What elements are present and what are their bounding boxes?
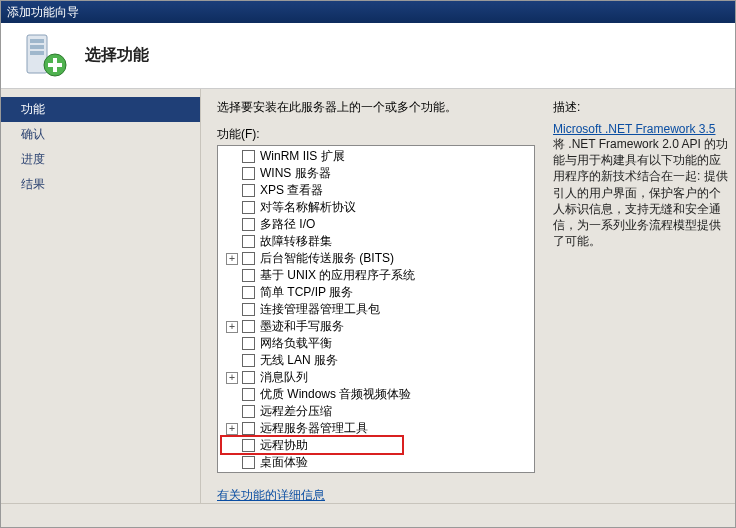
feature-checkbox[interactable] <box>242 218 255 231</box>
feature-checkbox[interactable] <box>242 269 255 282</box>
feature-label: XPS 查看器 <box>260 182 323 199</box>
feature-checkbox[interactable] <box>242 184 255 197</box>
expand-icon[interactable]: + <box>226 372 238 384</box>
sidebar-item-confirm[interactable]: 确认 <box>1 122 200 147</box>
feature-row[interactable]: 多路径 I/O <box>218 216 534 233</box>
feature-checkbox[interactable] <box>242 286 255 299</box>
feature-row[interactable]: WinRM IIS 扩展 <box>218 148 534 165</box>
features-label: 功能(F): <box>217 126 535 143</box>
feature-checkbox[interactable] <box>242 456 255 469</box>
feature-row[interactable]: 基于 UNIX 的应用程序子系统 <box>218 267 534 284</box>
feature-row[interactable]: 远程协助 <box>218 437 534 454</box>
svg-rect-3 <box>30 51 44 55</box>
feature-label: 连接管理器管理工具包 <box>260 301 380 318</box>
feature-label: 组策略管理 <box>260 471 320 473</box>
feature-checkbox[interactable] <box>242 235 255 248</box>
feature-checkbox[interactable] <box>242 354 255 367</box>
description-label: 描述: <box>553 99 729 116</box>
feature-checkbox[interactable] <box>242 252 255 265</box>
feature-row[interactable]: 简单 TCP/IP 服务 <box>218 284 534 301</box>
feature-row[interactable]: WINS 服务器 <box>218 165 534 182</box>
window-title: 添加功能向导 <box>7 5 79 19</box>
feature-checkbox[interactable] <box>242 439 255 452</box>
feature-label: 远程差分压缩 <box>260 403 332 420</box>
feature-row[interactable]: 对等名称解析协议 <box>218 199 534 216</box>
feature-label: WinRM IIS 扩展 <box>260 148 345 165</box>
expand-icon[interactable]: + <box>226 423 238 435</box>
wizard-header: 选择功能 <box>1 23 735 89</box>
feature-label: 简单 TCP/IP 服务 <box>260 284 353 301</box>
more-info-link[interactable]: 有关功能的详细信息 <box>217 487 325 504</box>
feature-label: 优质 Windows 音频视频体验 <box>260 386 411 403</box>
feature-row[interactable]: 组策略管理 <box>218 471 534 473</box>
feature-checkbox[interactable] <box>242 150 255 163</box>
sidebar-item-progress[interactable]: 进度 <box>1 147 200 172</box>
wizard-bottom-bar <box>1 503 735 527</box>
description-body: 将 .NET Framework 2.0 API 的功能与用于构建具有以下功能的… <box>553 137 728 248</box>
feature-label: 故障转移群集 <box>260 233 332 250</box>
feature-row[interactable]: 桌面体验 <box>218 454 534 471</box>
feature-label: 后台智能传送服务 (BITS) <box>260 250 394 267</box>
feature-label: 消息队列 <box>260 369 308 386</box>
feature-row[interactable]: 连接管理器管理工具包 <box>218 301 534 318</box>
feature-checkbox[interactable] <box>242 167 255 180</box>
feature-row[interactable]: +远程服务器管理工具 <box>218 420 534 437</box>
feature-row[interactable]: +后台智能传送服务 (BITS) <box>218 250 534 267</box>
feature-label: 多路径 I/O <box>260 216 315 233</box>
feature-label: 墨迹和手写服务 <box>260 318 344 335</box>
feature-row[interactable]: 无线 LAN 服务 <box>218 352 534 369</box>
page-title: 选择功能 <box>85 45 149 66</box>
feature-label: 网络负载平衡 <box>260 335 332 352</box>
expand-icon[interactable]: + <box>226 253 238 265</box>
feature-row[interactable]: 远程差分压缩 <box>218 403 534 420</box>
feature-row[interactable]: XPS 查看器 <box>218 182 534 199</box>
feature-label: 远程协助 <box>260 437 308 454</box>
feature-label: WINS 服务器 <box>260 165 331 182</box>
sidebar-item-results[interactable]: 结果 <box>1 172 200 197</box>
feature-row[interactable]: 故障转移群集 <box>218 233 534 250</box>
feature-label: 基于 UNIX 的应用程序子系统 <box>260 267 415 284</box>
intro-text: 选择要安装在此服务器上的一个或多个功能。 <box>217 99 535 116</box>
feature-label: 无线 LAN 服务 <box>260 352 338 369</box>
feature-row[interactable]: 网络负载平衡 <box>218 335 534 352</box>
expand-icon[interactable]: + <box>226 321 238 333</box>
feature-checkbox[interactable] <box>242 422 255 435</box>
svg-rect-1 <box>30 39 44 43</box>
feature-checkbox[interactable] <box>242 371 255 384</box>
window-titlebar: 添加功能向导 <box>1 1 735 23</box>
feature-row[interactable]: +墨迹和手写服务 <box>218 318 534 335</box>
svg-rect-6 <box>48 63 62 67</box>
svg-rect-2 <box>30 45 44 49</box>
feature-label: 桌面体验 <box>260 454 308 471</box>
sidebar-item-features[interactable]: 功能 <box>1 97 200 122</box>
feature-checkbox[interactable] <box>242 337 255 350</box>
feature-checkbox[interactable] <box>242 405 255 418</box>
feature-checkbox[interactable] <box>242 388 255 401</box>
feature-row[interactable]: +消息队列 <box>218 369 534 386</box>
description-framework-link[interactable]: Microsoft .NET Framework 3.5 <box>553 122 715 136</box>
feature-label: 对等名称解析协议 <box>260 199 356 216</box>
server-icon <box>21 31 71 81</box>
feature-row[interactable]: 优质 Windows 音频视频体验 <box>218 386 534 403</box>
feature-checkbox[interactable] <box>242 201 255 214</box>
feature-label: 远程服务器管理工具 <box>260 420 368 437</box>
features-tree[interactable]: WinRM IIS 扩展WINS 服务器XPS 查看器对等名称解析协议多路径 I… <box>217 145 535 473</box>
feature-checkbox[interactable] <box>242 320 255 333</box>
wizard-steps-sidebar: 功能 确认 进度 结果 <box>1 89 201 503</box>
feature-checkbox[interactable] <box>242 303 255 316</box>
